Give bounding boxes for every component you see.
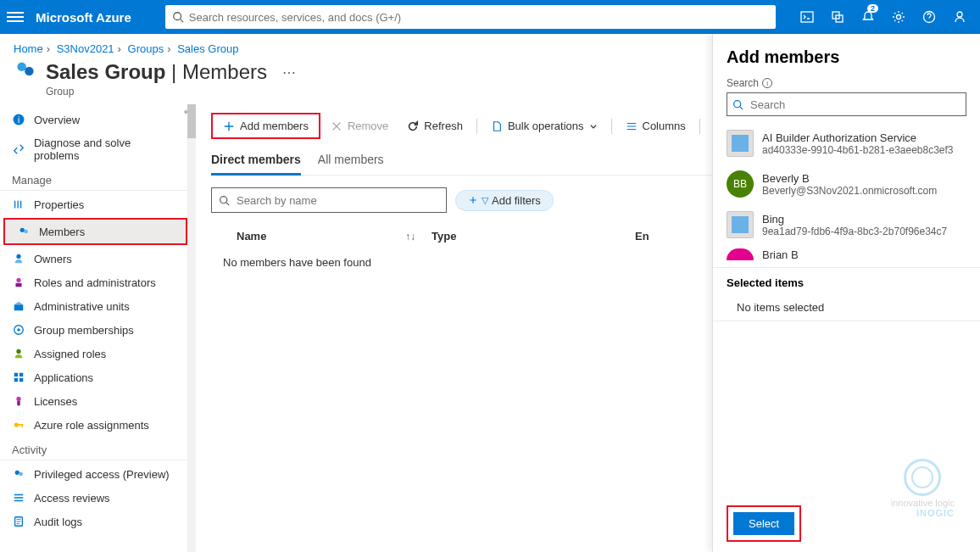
info-icon[interactable]: i bbox=[762, 78, 772, 88]
result-item[interactable]: AI Builder Authorization Servicead40333e… bbox=[713, 123, 980, 164]
sidebar-item-diagnose[interactable]: Diagnose and solve problems bbox=[0, 131, 191, 167]
result-item[interactable]: BB Beverly BBeverly@S3Nov2021.onmicrosof… bbox=[713, 164, 980, 204]
more-actions-icon[interactable]: ⋯ bbox=[282, 64, 297, 81]
refresh-icon bbox=[407, 120, 419, 132]
select-button[interactable]: Select bbox=[733, 512, 794, 535]
tab-direct-members[interactable]: Direct members bbox=[211, 149, 301, 176]
toolbar-separator bbox=[699, 119, 700, 134]
bulk-operations-button[interactable]: Bulk operations bbox=[482, 116, 606, 136]
search-results: AI Builder Authorization Servicead40333e… bbox=[713, 116, 980, 267]
settings-icon[interactable] bbox=[885, 0, 912, 34]
svg-rect-24 bbox=[19, 378, 23, 382]
svg-point-5 bbox=[897, 15, 901, 20]
feedback-icon[interactable] bbox=[946, 0, 973, 34]
sidebar-item-assigned-roles[interactable]: Assigned roles bbox=[0, 342, 191, 365]
sidebar-item-applications[interactable]: Applications bbox=[0, 365, 191, 389]
sidebar-item-roles[interactable]: Roles and administrators bbox=[0, 270, 191, 294]
refresh-button[interactable]: Refresh bbox=[398, 116, 471, 136]
svg-line-36 bbox=[740, 106, 743, 109]
sidebar-item-licenses[interactable]: Licenses bbox=[0, 389, 191, 413]
wrench-icon bbox=[12, 142, 25, 156]
highlight-add-members: Add members bbox=[211, 113, 320, 139]
info-icon: i bbox=[12, 113, 25, 126]
svg-rect-17 bbox=[14, 304, 24, 310]
svg-point-31 bbox=[19, 472, 22, 476]
azure-header: Microsoft Azure 2 bbox=[0, 0, 980, 34]
column-email[interactable]: En bbox=[635, 230, 649, 243]
sidebar: « i Overview Diagnose and solve problems… bbox=[0, 104, 191, 552]
svg-point-13 bbox=[24, 230, 27, 233]
sidebar-item-properties[interactable]: Properties bbox=[0, 192, 191, 216]
search-icon bbox=[172, 11, 184, 23]
file-icon bbox=[491, 120, 503, 132]
svg-point-19 bbox=[17, 328, 20, 332]
name-search-input[interactable] bbox=[235, 193, 439, 208]
sidebar-item-members[interactable]: Members bbox=[5, 220, 186, 243]
filter-icon bbox=[468, 195, 478, 205]
directories-icon[interactable] bbox=[824, 0, 851, 34]
notification-badge: 2 bbox=[867, 4, 878, 13]
header-actions: 2 bbox=[793, 0, 973, 34]
page-title: Sales Group | Members bbox=[46, 60, 267, 84]
svg-rect-16 bbox=[16, 283, 22, 287]
sidebar-item-privileged[interactable]: Privileged access (Preview) bbox=[0, 462, 191, 486]
svg-rect-2 bbox=[801, 12, 813, 22]
sidebar-item-owners[interactable]: Owners bbox=[0, 247, 191, 270]
svg-point-7 bbox=[957, 12, 962, 17]
sidebar-item-admin-units[interactable]: Administrative units bbox=[0, 294, 191, 318]
global-search-input[interactable] bbox=[184, 10, 769, 25]
cloud-shell-icon[interactable] bbox=[793, 0, 821, 34]
sidebar-item-group-memberships[interactable]: Group memberships bbox=[0, 318, 191, 342]
sidebar-item-audit-logs[interactable]: Audit logs bbox=[0, 510, 191, 533]
crumb-groups[interactable]: Groups bbox=[128, 42, 164, 55]
toolbar-separator bbox=[476, 119, 477, 134]
result-item[interactable]: Brian B bbox=[713, 245, 980, 260]
crumb-home[interactable]: Home bbox=[14, 42, 43, 55]
scrollbar-thumb[interactable] bbox=[187, 104, 196, 138]
svg-rect-26 bbox=[17, 401, 20, 405]
notifications-icon[interactable]: 2 bbox=[855, 0, 882, 34]
svg-line-1 bbox=[180, 20, 183, 23]
highlight-members: Members bbox=[3, 218, 187, 245]
panel-search[interactable] bbox=[727, 92, 966, 116]
svg-point-15 bbox=[16, 278, 20, 282]
plus-icon bbox=[223, 120, 235, 132]
brand-label[interactable]: Microsoft Azure bbox=[36, 10, 131, 25]
svg-rect-22 bbox=[19, 373, 23, 376]
help-icon[interactable] bbox=[916, 0, 943, 34]
result-item[interactable]: Bing9ea1ad79-fdb6-4f9a-8bc3-2b70f96e34c7 bbox=[713, 204, 980, 245]
sidebar-item-azure-roles[interactable]: Azure role assignments bbox=[0, 413, 191, 437]
licenses-icon bbox=[12, 394, 25, 408]
panel-search-label: Search i bbox=[713, 77, 980, 92]
svg-point-30 bbox=[15, 471, 19, 475]
svg-point-14 bbox=[16, 254, 20, 259]
svg-point-20 bbox=[16, 349, 20, 354]
scrollbar-track bbox=[187, 104, 196, 552]
access-reviews-icon bbox=[12, 491, 25, 505]
columns-icon bbox=[626, 120, 638, 132]
panel-search-input[interactable] bbox=[749, 98, 961, 112]
sidebar-item-overview[interactable]: i Overview bbox=[0, 108, 191, 131]
name-search[interactable] bbox=[211, 187, 447, 213]
menu-icon[interactable] bbox=[7, 8, 24, 25]
audit-logs-icon bbox=[12, 515, 25, 528]
sort-icon[interactable]: ↑↓ bbox=[405, 231, 415, 243]
crumb-current[interactable]: Sales Group bbox=[177, 42, 238, 55]
sidebar-item-access-reviews[interactable]: Access reviews bbox=[0, 486, 191, 510]
add-members-button[interactable]: Add members bbox=[214, 116, 317, 136]
owners-icon bbox=[12, 252, 25, 265]
tab-all-members[interactable]: All members bbox=[318, 149, 384, 175]
search-icon bbox=[219, 195, 230, 206]
panel-title: Add members bbox=[713, 34, 980, 77]
columns-button[interactable]: Columns bbox=[617, 116, 694, 136]
user-avatar-icon bbox=[727, 248, 754, 260]
crumb-tenant[interactable]: S3Nov2021 bbox=[57, 42, 114, 55]
svg-point-0 bbox=[174, 13, 181, 20]
svg-point-33 bbox=[220, 196, 227, 203]
column-type[interactable]: Type bbox=[432, 230, 635, 243]
column-name[interactable]: Name ↑↓ bbox=[211, 230, 432, 243]
svg-point-35 bbox=[734, 100, 741, 107]
applications-icon bbox=[12, 371, 25, 384]
global-search[interactable] bbox=[165, 5, 776, 29]
add-filters-button[interactable]: ▽ Add filters bbox=[455, 190, 554, 211]
